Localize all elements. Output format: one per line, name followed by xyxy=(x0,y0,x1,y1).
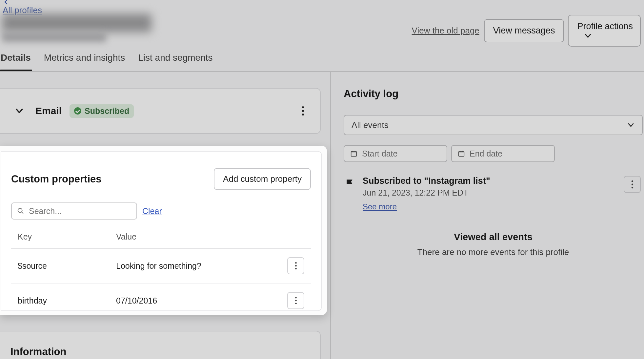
email-channel-card: Email Subscribed xyxy=(0,88,321,134)
flag-icon xyxy=(345,178,355,188)
svg-point-6 xyxy=(631,183,633,185)
event-see-more-link[interactable]: See more xyxy=(363,202,397,211)
chevron-down-icon[interactable] xyxy=(14,106,24,116)
search-placeholder-text: Search... xyxy=(29,206,62,216)
svg-point-7 xyxy=(631,187,633,188)
start-date-input[interactable]: Start date xyxy=(344,145,447,162)
tab-lists[interactable]: List and segments xyxy=(138,53,212,70)
view-messages-button[interactable]: View messages xyxy=(484,19,564,42)
event-title: Subscribed to "Instagram list" xyxy=(363,176,616,186)
status-badge: Subscribed xyxy=(70,104,134,118)
table-row: birthday 07/10/2016 xyxy=(11,284,311,318)
email-card-menu-button[interactable] xyxy=(296,104,310,117)
clear-search-link[interactable]: Clear xyxy=(142,206,162,216)
activity-log-title: Activity log xyxy=(344,88,398,100)
svg-rect-3 xyxy=(351,152,357,157)
check-icon xyxy=(74,107,81,115)
svg-point-2 xyxy=(302,114,304,116)
profile-tabs: Details Metrics and insights List and se… xyxy=(1,53,213,70)
kebab-icon xyxy=(295,262,297,270)
tab-details[interactable]: Details xyxy=(1,53,31,70)
kebab-icon xyxy=(295,297,297,305)
viewed-all-title: Viewed all events xyxy=(344,232,643,243)
svg-point-0 xyxy=(302,106,304,108)
svg-point-12 xyxy=(295,297,297,299)
svg-rect-4 xyxy=(459,152,464,157)
calendar-icon xyxy=(350,150,357,157)
event-filter-label: All events xyxy=(352,120,389,130)
profile-email-sub-blurred xyxy=(2,32,106,42)
status-badge-text: Subscribed xyxy=(85,106,129,116)
chevron-down-icon xyxy=(584,32,592,40)
custom-properties-card: Custom properties Add custom property Se… xyxy=(1,151,322,311)
svg-point-10 xyxy=(295,265,297,267)
svg-point-9 xyxy=(295,262,297,264)
back-to-profiles-link[interactable]: All profiles xyxy=(3,0,42,15)
profile-actions-button[interactable]: Profile actions xyxy=(568,15,641,47)
row-menu-button[interactable] xyxy=(287,257,304,274)
column-divider xyxy=(330,72,331,359)
prop-key: birthday xyxy=(18,296,116,306)
prop-value: Looking for something? xyxy=(116,261,278,271)
event-timestamp: Jun 21, 2023, 12:22 PM EDT xyxy=(363,188,616,198)
row-menu-button[interactable] xyxy=(287,292,304,309)
svg-point-11 xyxy=(295,268,297,269)
information-title: Information xyxy=(10,346,310,358)
prop-value: 07/10/2016 xyxy=(116,296,278,306)
svg-point-14 xyxy=(295,303,297,304)
end-date-input[interactable]: End date xyxy=(451,145,555,162)
start-date-placeholder: Start date xyxy=(362,149,397,158)
viewed-all-subtitle: There are no more events for this profil… xyxy=(344,247,643,257)
kebab-icon xyxy=(631,180,634,189)
information-card: Information xyxy=(0,331,321,359)
custom-properties-title: Custom properties xyxy=(11,173,102,185)
custom-properties-search-input[interactable]: Search... xyxy=(11,202,137,220)
prop-key: $source xyxy=(18,261,116,271)
col-header-value: Value xyxy=(116,232,278,242)
profile-email-heading-blurred xyxy=(2,14,151,32)
add-custom-property-button[interactable]: Add custom property xyxy=(214,168,311,190)
profile-actions-label: Profile actions xyxy=(577,21,633,31)
event-menu-button[interactable] xyxy=(624,176,641,193)
viewed-all-section: Viewed all events There are no more even… xyxy=(344,232,643,257)
search-icon xyxy=(17,207,24,215)
tab-divider-line xyxy=(0,71,644,72)
email-card-title: Email xyxy=(35,105,62,116)
event-filter-select[interactable]: All events xyxy=(344,115,643,135)
svg-point-13 xyxy=(295,300,297,302)
view-old-page-link[interactable]: View the old page xyxy=(411,21,480,40)
end-date-placeholder: End date xyxy=(470,149,502,158)
table-row: $source Looking for something? xyxy=(11,249,311,284)
activity-event-row: Subscribed to "Instagram list" Jun 21, 2… xyxy=(345,176,641,211)
svg-point-1 xyxy=(302,110,304,112)
arrow-left-icon xyxy=(3,0,9,5)
calendar-icon xyxy=(458,150,465,157)
kebab-icon xyxy=(302,106,304,116)
col-header-key: Key xyxy=(18,232,116,242)
svg-point-5 xyxy=(631,180,633,182)
custom-properties-table: Key Value $source Looking for something?… xyxy=(11,229,311,318)
tab-metrics[interactable]: Metrics and insights xyxy=(44,53,125,70)
chevron-down-icon xyxy=(627,121,635,129)
